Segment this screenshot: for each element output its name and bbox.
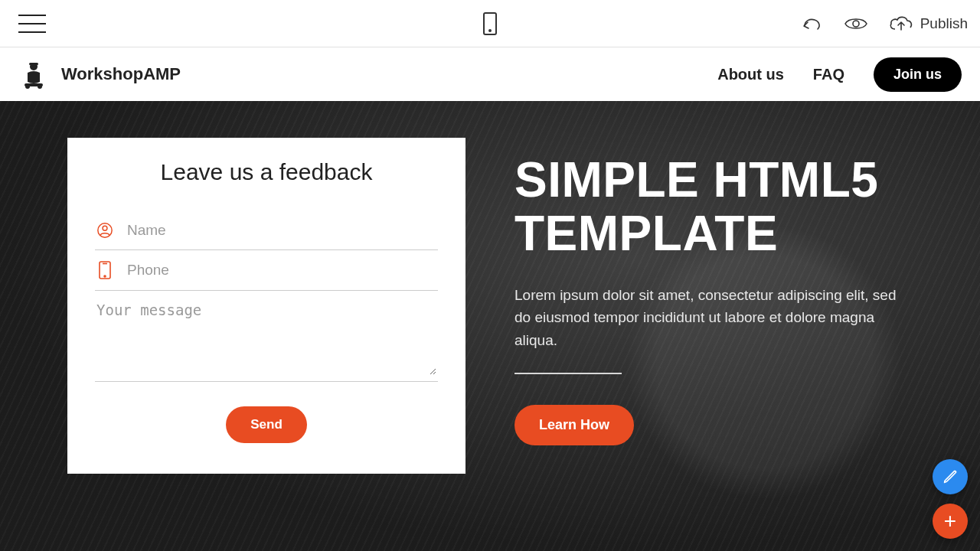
feedback-card: Leave us a feedback	[67, 138, 466, 474]
editor-toolbar-right: Publish	[801, 15, 968, 33]
undo-icon	[801, 15, 824, 32]
message-field-row	[95, 291, 438, 382]
undo-button[interactable]	[801, 15, 824, 32]
svg-point-7	[103, 226, 107, 230]
name-input[interactable]	[127, 222, 436, 239]
hero-body: Lorem ipsum dolor sit amet, consectetur …	[514, 284, 911, 351]
message-textarea[interactable]	[96, 302, 436, 375]
learn-how-button[interactable]: Learn How	[514, 405, 634, 445]
hero-divider	[514, 373, 622, 374]
phone-input[interactable]	[127, 262, 436, 279]
site-nav: About us FAQ Join us	[717, 57, 962, 92]
hero-section: Leave us a feedback	[0, 101, 980, 551]
plus-icon: +	[944, 510, 956, 532]
feedback-title: Leave us a feedback	[95, 159, 438, 185]
publish-button[interactable]: Publish	[888, 15, 968, 33]
user-icon	[96, 222, 113, 239]
svg-rect-2	[29, 63, 38, 65]
name-field-row	[95, 211, 438, 250]
floating-buttons: +	[933, 459, 968, 539]
svg-point-0	[853, 21, 859, 27]
add-block-button[interactable]: +	[933, 504, 968, 539]
cloud-upload-icon	[888, 15, 914, 33]
brush-icon	[942, 468, 959, 485]
svg-point-10	[104, 276, 106, 277]
svg-point-4	[25, 84, 30, 89]
publish-label: Publish	[920, 15, 968, 32]
hero-copy: SIMPLE HTML5 TEMPLATE Lorem ipsum dolor …	[514, 153, 911, 445]
eye-icon	[844, 15, 868, 32]
phone-icon	[96, 261, 113, 279]
nav-faq[interactable]: FAQ	[813, 66, 844, 83]
join-us-button[interactable]: Join us	[874, 57, 962, 92]
hero-title: SIMPLE HTML5 TEMPLATE	[514, 153, 911, 261]
svg-point-5	[38, 84, 42, 89]
device-preview-toggle[interactable]	[483, 12, 497, 35]
mobile-device-icon	[483, 12, 497, 35]
nav-about[interactable]: About us	[717, 66, 784, 83]
brand-name: WorkshopAMP	[61, 64, 181, 84]
style-button[interactable]	[933, 459, 968, 494]
editor-toolbar: Publish	[0, 0, 980, 47]
mechanic-logo-icon	[18, 59, 49, 90]
send-button[interactable]: Send	[226, 406, 307, 443]
phone-field-row	[95, 250, 438, 291]
preview-button[interactable]	[844, 15, 868, 32]
hamburger-icon[interactable]	[18, 15, 46, 33]
site-header: WorkshopAMP About us FAQ Join us	[0, 47, 980, 101]
brand[interactable]: WorkshopAMP	[18, 59, 181, 90]
